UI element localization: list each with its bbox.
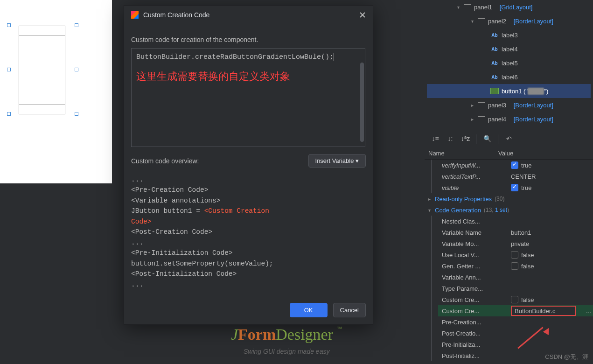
tree-row-panel3[interactable]: panel3 [BorderLayout]	[427, 98, 591, 112]
prop-postcreation[interactable]: Post-Creatio...	[438, 328, 593, 339]
button-icon	[490, 88, 499, 94]
tree-row-panel5[interactable]: panel5 [BorderLayout]	[427, 126, 591, 130]
resize-handle[interactable]	[7, 112, 11, 116]
prop-preinit[interactable]: Pre-Initializa...	[438, 339, 593, 350]
sort-icon[interactable]: ↓≡	[431, 135, 440, 143]
preview-form[interactable]	[19, 26, 65, 114]
tree-row-panel2[interactable]: panel2 [BorderLayout]	[427, 14, 591, 28]
chevron-right-icon[interactable]	[426, 196, 432, 202]
prop-verticaltext[interactable]: verticalTextP... CENTER	[438, 171, 593, 182]
checkbox-icon[interactable]	[511, 184, 518, 191]
tree-row-button1[interactable]: button1 ("xxx")	[427, 84, 591, 98]
group-codegen[interactable]: Code Generation (13, 1 set)	[425, 204, 593, 216]
prop-visible[interactable]: visible true	[438, 182, 593, 193]
resize-handle[interactable]	[75, 112, 78, 116]
property-table: Name Value verifyInputW... true vertical…	[425, 147, 593, 361]
sort-az-icon[interactable]: ↓ªz	[461, 135, 469, 143]
label-icon: Ab	[490, 75, 499, 80]
label-icon: Ab	[490, 47, 499, 52]
panel-icon	[478, 102, 485, 108]
code-value: ButtonBuilder.createRadButtonGradientLow…	[136, 53, 334, 61]
group-readonly[interactable]: Read-only Properties (30)	[425, 193, 593, 204]
panel-icon	[478, 116, 485, 122]
red-annotation: 这里生成需要替换的自定义类对象	[136, 70, 360, 84]
chevron-down-icon[interactable]	[455, 5, 461, 10]
panel-icon	[464, 4, 471, 10]
dialog-title: Custom Creation Code	[143, 11, 355, 19]
prop-verifyinput[interactable]: verifyInputW... true	[438, 160, 593, 171]
search-icon[interactable]: 🔍	[483, 135, 491, 143]
sort-asc-icon[interactable]: ↓:	[446, 135, 454, 143]
prop-gengetter[interactable]: Gen. Getter ...false	[438, 260, 593, 272]
component-tree[interactable]: panel1 [GridLayout] panel2 [BorderLayout…	[425, 0, 593, 130]
jformdesigner-tagline: Swing GUI design made easy	[244, 348, 329, 355]
chevron-right-icon[interactable]	[469, 117, 475, 122]
resize-handle[interactable]	[75, 68, 78, 71]
prop-customcre-code[interactable]: Custom Cre... ButtonBuilder.c …	[438, 305, 593, 316]
prop-varmod[interactable]: Variable Mo...private	[438, 238, 593, 249]
prop-uselocal[interactable]: Use Local V...false	[438, 249, 593, 260]
label-icon: Ab	[490, 61, 499, 66]
resize-handle[interactable]	[75, 23, 78, 27]
code-overview: ... <Pre-Creation Code> <Variable annota…	[131, 175, 366, 290]
tree-row-label5[interactable]: Ab label5	[427, 56, 591, 70]
prop-typeparam[interactable]: Type Parame...	[438, 283, 593, 294]
redacted-text: xxx	[528, 88, 544, 95]
property-toolbar: ↓≡ ↓: ↓ªz 🔍 ↶	[425, 130, 593, 147]
prop-varname[interactable]: Variable Namebutton1	[438, 227, 593, 238]
jformdesigner-logo: JFormDesigner ™	[231, 326, 342, 343]
chevron-right-icon[interactable]	[469, 103, 475, 108]
close-icon[interactable]	[359, 12, 366, 18]
col-name: Name	[428, 150, 498, 157]
design-canvas	[0, 0, 112, 183]
chevron-down-icon[interactable]	[469, 19, 475, 24]
ellipsis-button[interactable]: …	[585, 308, 593, 315]
prop-customcre-bool[interactable]: Custom Cre...false	[438, 294, 593, 305]
tree-row-label4[interactable]: Ab label4	[427, 42, 591, 56]
tree-row-panel1[interactable]: panel1 [GridLayout]	[427, 0, 591, 14]
prop-varann[interactable]: Variable Ann...	[438, 272, 593, 283]
checkbox-icon[interactable]	[511, 161, 518, 169]
tree-row-label6[interactable]: Ab label6	[427, 70, 591, 84]
col-value: Value	[498, 150, 593, 157]
label-icon: Ab	[490, 33, 499, 38]
overview-label: Custom code overview:	[131, 157, 304, 165]
resize-handle[interactable]	[7, 23, 11, 27]
chevron-down-icon[interactable]	[426, 208, 432, 213]
dialog-header: Custom Creation Code	[124, 6, 373, 24]
prop-precreation[interactable]: Pre-Creation...	[438, 316, 593, 328]
checkbox-icon[interactable]	[511, 251, 518, 259]
tree-row-label3[interactable]: Ab label3	[427, 28, 591, 42]
csdn-watermark: CSDN @无、涯	[545, 353, 588, 361]
undo-icon[interactable]: ↶	[505, 135, 513, 143]
insert-variable-button[interactable]: Insert Variable ▾	[308, 154, 366, 168]
checkbox-icon[interactable]	[511, 296, 518, 303]
cancel-button[interactable]: Cancel	[333, 303, 366, 317]
custom-code-textarea[interactable]: ButtonBuilder.createRadButtonGradientLow…	[131, 48, 365, 147]
intellij-icon	[131, 11, 139, 19]
panel-icon	[478, 18, 485, 24]
custom-creation-dialog: Custom Creation Code Custom code for cre…	[124, 5, 373, 325]
ok-button[interactable]: OK	[290, 303, 328, 317]
custom-code-label: Custom code for creation of the componen…	[131, 36, 366, 43]
scrollbar[interactable]	[360, 63, 364, 142]
property-header: Name Value	[425, 147, 593, 160]
resize-handle[interactable]	[7, 68, 11, 71]
prop-nested[interactable]: Nested Clas...	[438, 216, 593, 227]
tree-row-panel4[interactable]: panel4 [BorderLayout]	[427, 112, 591, 126]
checkbox-icon[interactable]	[511, 262, 518, 270]
right-panel: panel1 [GridLayout] panel2 [BorderLayout…	[425, 0, 593, 364]
